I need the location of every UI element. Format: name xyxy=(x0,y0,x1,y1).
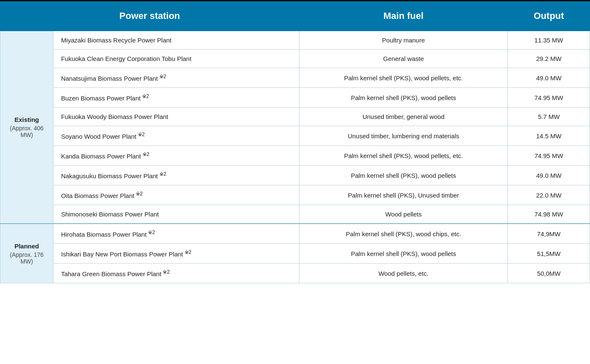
plant-name-cell: Nanatsujima Biomass Power Plant ※2 xyxy=(53,68,299,88)
header-main-fuel: Main fuel xyxy=(299,1,508,31)
output-cell: 49.0 MW xyxy=(508,166,590,185)
plant-name-cell: Kanda Biomass Power Plant ※2 xyxy=(53,146,299,166)
table-row: Buzen Biomass Power Plant ※2Palm kernel … xyxy=(0,88,590,108)
header-output: Output xyxy=(508,1,590,31)
fuel-cell: Wood pellets xyxy=(299,205,508,224)
plant-name-cell: Ishikari Bay New Port Biomass Power Plan… xyxy=(53,244,299,264)
output-cell: 74.95 MW xyxy=(508,146,590,166)
output-cell: 74.98 MW xyxy=(508,205,590,224)
output-cell: 11.35 MW xyxy=(508,31,590,50)
fuel-cell: Palm kernel shell (PKS), Unused timber xyxy=(299,185,508,205)
table-row: Shimonoseki Biomass Power PlantWood pell… xyxy=(0,205,590,224)
plant-name-cell: Buzen Biomass Power Plant ※2 xyxy=(53,88,299,108)
output-cell: 29.2 MW xyxy=(508,50,590,68)
output-cell: 50,0MW xyxy=(508,264,590,283)
table-row: Fukuoka Woody Biomass Power PlantUnused … xyxy=(0,108,590,126)
fuel-cell: Palm kernel shell (PKS), wood pellets, e… xyxy=(299,68,508,88)
table-row: Planned(Approx. 176 MW)Hirohata Biomass … xyxy=(0,224,590,244)
fuel-cell: Unused timber, general wood xyxy=(299,108,508,126)
category-existing: Existing(Approx. 406 MW) xyxy=(0,31,53,224)
table-row: Fukuoka Clean Energy Corporation Tobu Pl… xyxy=(0,50,590,68)
plant-note: ※2 xyxy=(183,249,191,255)
plant-note: ※2 xyxy=(141,151,149,157)
plant-note: ※2 xyxy=(136,132,145,137)
plant-note: ※2 xyxy=(140,93,149,99)
output-cell: 74,9MW xyxy=(508,224,590,244)
table-row: Oita Biomass Power Plant ※2Palm kernel s… xyxy=(0,185,590,205)
fuel-cell: Unused timber, lumbering end materials xyxy=(299,126,508,146)
table-row: Existing(Approx. 406 MW)Miyazaki Biomass… xyxy=(0,31,590,50)
category-existing-label: Existing xyxy=(14,116,39,123)
fuel-cell: Palm kernel shell (PKS), wood pellets xyxy=(299,244,508,264)
main-wrapper: Power station Main fuel Output Existing(… xyxy=(0,0,590,364)
plant-name-cell: Fukuoka Woody Biomass Power Plant xyxy=(53,108,299,126)
plant-name-cell: Shimonoseki Biomass Power Plant xyxy=(53,205,299,224)
fuel-cell: General waste xyxy=(299,50,508,68)
plant-note: ※2 xyxy=(134,191,143,197)
plant-name-cell: Soyano Wood Power Plant ※2 xyxy=(53,126,299,146)
plant-name-cell: Fukuoka Clean Energy Corporation Tobu Pl… xyxy=(53,50,299,68)
fuel-cell: Wood pellets, etc. xyxy=(299,264,508,283)
header-row: Power station Main fuel Output xyxy=(0,1,590,31)
output-cell: 51,5MW xyxy=(508,244,590,264)
category-planned-sublabel: (Approx. 176 MW) xyxy=(8,251,45,265)
plant-name-cell: Tahara Green Biomass Power Plant ※2 xyxy=(53,264,299,283)
table-row: Tahara Green Biomass Power Plant ※2Wood … xyxy=(0,264,590,283)
fuel-cell: Palm kernel shell (PKS), wood pellets, e… xyxy=(299,146,508,166)
output-cell: 49.0 MW xyxy=(508,68,590,88)
plant-note: ※2 xyxy=(158,171,166,177)
fuel-cell: Palm kernel shell (PKS), wood chips, etc… xyxy=(299,224,508,244)
header-power-station: Power station xyxy=(0,1,299,31)
plant-name-cell: Hirohata Biomass Power Plant ※2 xyxy=(53,224,299,244)
output-cell: 5.7 MW xyxy=(508,108,590,126)
fuel-cell: Palm kernel shell (PKS), wood pellets xyxy=(299,166,508,185)
plant-name-cell: Nakagusuku Biomass Power Plant ※2 xyxy=(53,166,299,185)
plant-note: ※2 xyxy=(161,269,170,275)
fuel-cell: Poultry manure xyxy=(299,31,508,50)
power-station-table: Power station Main fuel Output Existing(… xyxy=(0,0,590,283)
category-planned-label: Planned xyxy=(14,243,39,250)
output-cell: 74.95 MW xyxy=(508,88,590,108)
table-row: Kanda Biomass Power Plant ※2Palm kernel … xyxy=(0,146,590,166)
table-row: Soyano Wood Power Plant ※2Unused timber,… xyxy=(0,126,590,146)
plant-name-cell: Oita Biomass Power Plant ※2 xyxy=(53,185,299,205)
output-cell: 14.5 MW xyxy=(508,126,590,146)
table-body: Existing(Approx. 406 MW)Miyazaki Biomass… xyxy=(0,31,590,283)
category-existing-sublabel: (Approx. 406 MW) xyxy=(8,125,45,138)
plant-note: ※2 xyxy=(158,74,166,79)
category-planned: Planned(Approx. 176 MW) xyxy=(0,224,53,283)
table-row: Ishikari Bay New Port Biomass Power Plan… xyxy=(0,244,590,264)
plant-note: ※2 xyxy=(147,229,155,235)
table-row: Nanatsujima Biomass Power Plant ※2Palm k… xyxy=(0,68,590,88)
table-row: Nakagusuku Biomass Power Plant ※2Palm ke… xyxy=(0,166,590,185)
fuel-cell: Palm kernel shell (PKS), wood pellets xyxy=(299,88,508,108)
output-cell: 22.0 MW xyxy=(508,185,590,205)
plant-name-cell: Miyazaki Biomass Recycle Power Plant xyxy=(53,31,299,50)
